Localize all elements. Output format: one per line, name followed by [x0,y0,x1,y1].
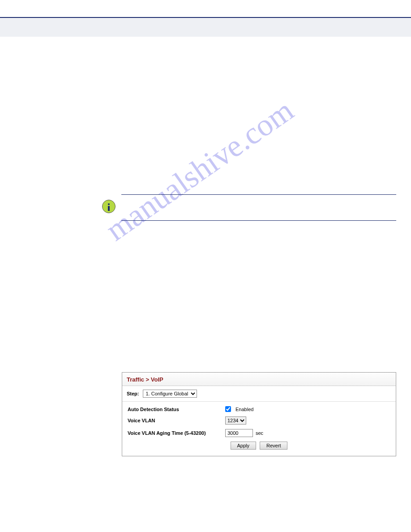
auto-detect-row: Auto Detection Status Enabled [128,406,390,412]
voip-config-panel: Traffic > VoIP Step: 1. Configure Global… [122,372,396,456]
step-row: Step: 1. Configure Global [122,386,396,402]
auto-detect-text: Enabled [235,407,253,412]
button-row: Apply Revert [128,442,390,450]
voice-vlan-select[interactable]: 1234 [225,416,246,425]
header-band [0,18,411,37]
panel-title: Traffic > VoIP [122,373,396,386]
note-divider-top [121,194,396,195]
voice-vlan-label: Voice VLAN [128,418,225,423]
voice-vlan-row: Voice VLAN 1234 [128,416,390,425]
revert-button[interactable]: Revert [260,442,287,450]
panel-body: Auto Detection Status Enabled Voice VLAN… [122,402,396,456]
watermark: manualshive.com [99,92,300,248]
auto-detect-label: Auto Detection Status [128,407,225,412]
aging-time-unit: sec [256,430,263,436]
info-icon [102,200,116,213]
note-divider-bottom [121,220,396,221]
step-label: Step: [127,391,139,396]
aging-time-label: Voice VLAN Aging Time (5-43200) [128,430,225,436]
aging-time-input[interactable] [225,429,253,437]
apply-button[interactable]: Apply [231,442,257,450]
aging-time-row: Voice VLAN Aging Time (5-43200) sec [128,429,390,437]
auto-detect-checkbox[interactable] [225,406,231,412]
step-select[interactable]: 1. Configure Global [143,390,197,398]
